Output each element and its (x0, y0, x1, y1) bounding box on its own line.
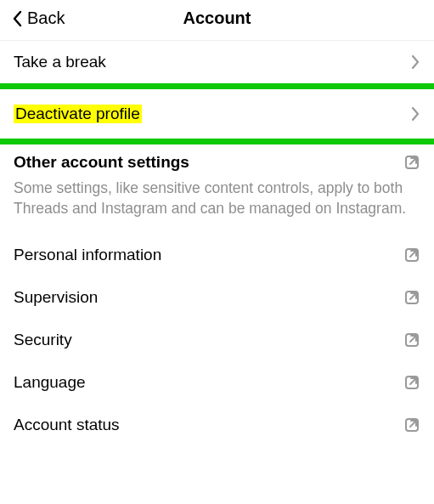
language-label: Language (14, 373, 86, 392)
external-link-icon (403, 289, 420, 306)
deactivate-profile-row[interactable]: Deactivate profile (0, 89, 434, 139)
chevron-right-icon (410, 106, 420, 122)
svg-line-1 (410, 158, 416, 164)
external-link-icon (403, 154, 420, 171)
external-link-icon (403, 246, 420, 263)
svg-line-3 (410, 251, 416, 257)
take-a-break-label: Take a break (14, 53, 106, 71)
page-title: Account (183, 8, 251, 28)
svg-line-11 (410, 421, 416, 427)
take-a-break-row[interactable]: Take a break (0, 41, 434, 83)
chevron-left-icon (12, 10, 24, 27)
account-status-label: Account status (14, 416, 120, 434)
external-link-icon (403, 416, 420, 433)
security-row[interactable]: Security (0, 319, 434, 361)
back-label: Back (27, 8, 65, 28)
supervision-row[interactable]: Supervision (0, 276, 434, 319)
account-status-row[interactable]: Account status (0, 404, 434, 446)
external-link-icon (403, 374, 420, 391)
personal-information-label: Personal information (14, 246, 161, 264)
other-account-settings-title: Other account settings (14, 153, 189, 172)
svg-line-9 (410, 378, 416, 384)
chevron-right-icon (410, 54, 420, 70)
highlight-bar-top (0, 83, 434, 89)
deactivate-profile-label: Deactivate profile (14, 105, 142, 123)
other-account-settings-desc: Some settings, like sensitive content co… (0, 175, 434, 234)
supervision-label: Supervision (14, 288, 98, 307)
external-link-icon (403, 331, 420, 348)
back-button[interactable]: Back (12, 8, 65, 28)
svg-line-7 (410, 336, 416, 342)
highlight-bar-bottom (0, 139, 434, 144)
other-account-settings-header[interactable]: Other account settings (0, 144, 434, 175)
header-bar: Back Account (0, 0, 434, 41)
svg-line-5 (410, 293, 416, 299)
personal-information-row[interactable]: Personal information (0, 234, 434, 276)
language-row[interactable]: Language (0, 361, 434, 404)
security-label: Security (14, 331, 72, 349)
